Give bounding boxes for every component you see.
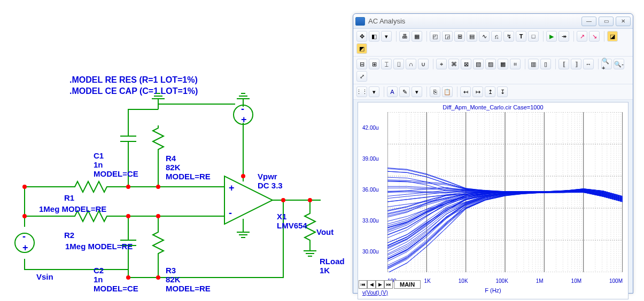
zoom-icon[interactable]: ⊠ [461, 59, 471, 69]
cursor-icon[interactable]: ✥ [356, 31, 367, 42]
plot-area[interactable]: Diff_Apm_Monte_Carlo.cir Case=1000 42.00… [358, 102, 629, 299]
toolbar-row-3: ⋮⋮ ▾ A ✎ ▾ ⎘ 📋 ↤ ↦ ↥ ↧ [353, 84, 633, 100]
copy-icon[interactable]: ⎘ [430, 86, 440, 97]
svg-text:-: - [22, 231, 26, 242]
tool-icon[interactable]: ⌗ [510, 59, 521, 69]
tool-icon[interactable]: ◪ [607, 31, 618, 42]
svg-text:+: + [229, 183, 235, 193]
tool-icon[interactable]: ▧ [473, 59, 484, 69]
tool-icon[interactable]: □ [528, 31, 539, 42]
label-x1: X1 LMV654 [277, 212, 307, 230]
tool-icon[interactable]: ⌘ [448, 59, 459, 69]
svg-point-39 [241, 174, 245, 178]
tab-last-icon[interactable]: ⏭ [384, 280, 393, 289]
label-r1: R1 [64, 193, 74, 202]
tool-icon[interactable]: ◧ [369, 31, 379, 42]
label-r2: R2 [64, 231, 74, 240]
tool-icon[interactable]: ⌷ [393, 59, 404, 69]
label-r4: R4 82K MODEL=RE [166, 154, 211, 181]
tool-icon[interactable]: ▾ [369, 86, 379, 97]
tool-icon[interactable]: ∩ [406, 59, 416, 69]
tool-icon[interactable]: ∪ [418, 59, 429, 69]
label-c1: C1 1n MODEL=CE [94, 151, 138, 178]
plot-tab-bar: ⏮ ◀ ▶ ⏭ MAIN [359, 280, 421, 289]
svg-point-31 [126, 185, 130, 189]
label-r2v: 1Meg MODEL=RE [65, 242, 133, 251]
tool-icon[interactable]: ⊞ [369, 59, 379, 69]
print-icon[interactable]: 🖶 [399, 31, 410, 42]
label-r1v: 1Meg MODEL=RE [39, 204, 106, 213]
net-vout: Vout [316, 227, 333, 236]
font-icon[interactable]: A [387, 86, 398, 97]
tool-icon[interactable]: ⤢ [356, 71, 367, 82]
tool-icon[interactable]: ◩ [356, 43, 367, 54]
svg-text:+: + [241, 114, 247, 125]
tool-icon[interactable]: ▨ [485, 59, 496, 69]
tool-icon[interactable]: ↤ [460, 86, 471, 97]
tab-next-icon[interactable]: ▶ [376, 280, 384, 289]
tool-icon[interactable]: ⎌ [491, 31, 502, 42]
step-icon[interactable]: ↠ [558, 31, 569, 42]
ground-rload [304, 251, 316, 256]
tool-icon[interactable]: ▥ [528, 59, 539, 69]
tool-icon[interactable]: ∿ [479, 31, 490, 42]
tool-icon[interactable]: ⟧ [571, 59, 581, 69]
text-icon[interactable]: T [516, 31, 526, 42]
zoom-in-icon[interactable]: 🔍+ [601, 59, 612, 69]
app-icon [355, 17, 365, 26]
tool-icon[interactable]: ⊟ [356, 59, 367, 69]
minimize-button[interactable]: — [581, 17, 596, 26]
source-vpwr: - + [234, 93, 253, 125]
tool-icon[interactable]: ↯ [503, 31, 514, 42]
svg-point-34 [156, 214, 160, 218]
grid-icon[interactable]: ⋮⋮ [356, 86, 367, 97]
run-icon[interactable]: ▶ [546, 31, 557, 42]
svg-point-38 [308, 198, 312, 202]
label-vsin: Vsin [36, 272, 53, 281]
ac-analysis-window: AC Analysis — ▭ ✕ ✥ ◧ ▾ 🖶 ▦ ◰ ◲ ⊞ ▤ ∿ ⎌ … [353, 13, 633, 294]
maximize-button[interactable]: ▭ [599, 17, 614, 26]
svg-point-37 [281, 198, 285, 202]
window-titlebar: AC Analysis — ▭ ✕ [353, 14, 633, 29]
y-axis-label[interactable]: v(Vout) (V) [362, 290, 388, 296]
resistor-r3 [153, 229, 164, 256]
tool-icon[interactable]: ⌖ [436, 59, 447, 69]
tool-icon[interactable]: ▩ [498, 59, 508, 69]
svg-text:-: - [241, 104, 244, 114]
tool-icon[interactable]: ▤ [467, 31, 477, 42]
tool-icon[interactable]: ◲ [442, 31, 453, 42]
tool-icon[interactable]: ▯ [540, 59, 551, 69]
monte-carlo-plot [387, 112, 623, 272]
tool-icon[interactable]: ⟦ [558, 59, 569, 69]
resistor-r4 [153, 125, 164, 152]
tool-icon[interactable]: ↥ [485, 86, 495, 97]
label-c2: C2 1n MODEL=CE [94, 266, 138, 293]
tool-icon[interactable]: ↦ [472, 86, 483, 97]
view-icon[interactable]: ▦ [412, 31, 422, 42]
y-tick-labels: 42.00u 39.00u 36.00u 33.00u 30.00u 27.00… [362, 112, 379, 298]
source-vsin: - + [15, 231, 34, 253]
tool-icon[interactable]: ↗ [577, 31, 587, 42]
tab-main[interactable]: MAIN [394, 280, 421, 289]
tab-first-icon[interactable]: ⏮ [359, 280, 367, 289]
tool-icon[interactable]: ↧ [497, 86, 508, 97]
zoom-out-icon[interactable]: 🔍- [614, 59, 624, 69]
svg-point-36 [156, 275, 160, 280]
tool-icon[interactable]: ▾ [412, 86, 422, 97]
tool-icon[interactable]: ↘ [589, 31, 600, 42]
svg-point-33 [126, 214, 130, 218]
tool-icon[interactable]: ◰ [430, 31, 440, 42]
toolbar-row-1: ✥ ◧ ▾ 🖶 ▦ ◰ ◲ ⊞ ▤ ∿ ⎌ ↯ T □ ▶ ↠ ↗ ↘ ◪ ◩ [353, 29, 633, 57]
tab-prev-icon[interactable]: ◀ [367, 280, 376, 289]
label-vpwr: Vpwr DC 3.3 [258, 172, 283, 190]
toolbar-row-2: ⊟ ⊞ ⌶ ⌷ ∩ ∪ ⌖ ⌘ ⊠ ▧ ▨ ▩ ⌗ ▥ ▯ ⟦ ⟧ ↔ 🔍+ 🔍… [353, 57, 633, 84]
capacitor-c1 [120, 125, 136, 152]
axes-icon[interactable]: ⊞ [454, 31, 465, 42]
tool-icon[interactable]: ↔ [583, 59, 594, 69]
color-icon[interactable]: ✎ [399, 86, 410, 97]
resistor-r1 [69, 181, 112, 192]
close-button[interactable]: ✕ [616, 17, 631, 26]
paste-icon[interactable]: 📋 [442, 86, 453, 97]
tool-icon[interactable]: ⌶ [381, 59, 392, 69]
tool-icon[interactable]: ▾ [381, 31, 392, 42]
